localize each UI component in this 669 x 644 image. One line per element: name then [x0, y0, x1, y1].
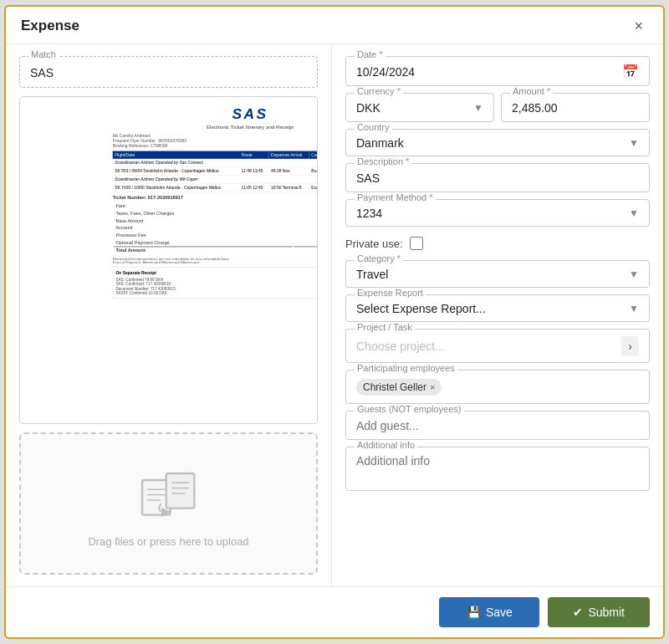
- project-arrow-button[interactable]: ›: [621, 336, 639, 356]
- upload-icon: [135, 460, 202, 527]
- amount-field: Amount *: [501, 93, 650, 122]
- table-row: SK 553 / 09/04 Stockholm Arlanda - Copen…: [113, 166, 318, 175]
- amounts-table: Fare1713.00 DKK Taxes, Fees, Other Charg…: [113, 202, 318, 254]
- description-field: Description *: [345, 163, 650, 192]
- amount-row: Account419.00 DKK: [114, 225, 318, 231]
- receipt-inner: SAS Electronic Ticket Itinerary and Rece…: [113, 105, 318, 299]
- ticket-number: Ticket Number: 917-2020918917: [113, 195, 318, 200]
- sas-logo-text: SAS: [232, 105, 268, 121]
- country-chevron-icon: ▼: [629, 137, 639, 149]
- project-placeholder[interactable]: Choose project...: [356, 340, 621, 353]
- amount-row: Base Amount419.00 DKK: [114, 217, 318, 223]
- upload-text: Drag files or press here to upload: [88, 535, 248, 548]
- country-field: Country Danmark Sweden Norway ▼: [345, 129, 650, 156]
- expense-modal: Expense × Match SAS SAS Electroni: [4, 5, 665, 639]
- receipt-subtitle: Electronic Ticket Itinerary and Receipt: [113, 124, 318, 130]
- category-chevron-icon: ▼: [629, 268, 639, 280]
- modal-footer: 💾 Save ✔ Submit: [6, 586, 663, 637]
- amount-row: Optional Payment Charge-45.00 DKK: [114, 239, 318, 245]
- expense-report-label: Expense Report: [355, 288, 426, 298]
- match-field: Match SAS: [19, 56, 318, 88]
- save-button[interactable]: 💾 Save: [439, 597, 539, 627]
- category-select[interactable]: Travel Meals Accommodation: [356, 268, 629, 281]
- col-cabin: Cabin: [309, 151, 318, 159]
- receipt-meta: Ms Camilla Andreani Frequent Flyer Numbe…: [113, 134, 318, 148]
- date-field: Date * 📅: [345, 56, 650, 86]
- category-label: Category *: [355, 253, 403, 263]
- table-row: Scandinavian Airlines Operated by Wk Cop…: [113, 175, 318, 183]
- submit-button[interactable]: ✔ Submit: [548, 597, 650, 627]
- expense-report-select[interactable]: Select Expense Report...: [356, 302, 629, 315]
- participating-field: Participating employees Christel Geller …: [345, 370, 650, 404]
- receipt-preview: SAS Electronic Ticket Itinerary and Rece…: [19, 96, 318, 424]
- project-label: Project / Task: [355, 322, 415, 332]
- guests-label: Guests (NOT employees): [355, 404, 464, 414]
- right-panel: Date * 📅 Currency * DKK: [332, 44, 663, 586]
- description-label: Description *: [355, 156, 411, 166]
- participant-tag[interactable]: Christel Geller ×: [356, 379, 442, 396]
- submit-icon: ✔: [573, 606, 583, 619]
- currency-amount-row: Currency * DKK EUR USD GBP ▼: [345, 93, 650, 122]
- payment-method-select[interactable]: 1234: [356, 207, 629, 220]
- amount-label: Amount *: [510, 86, 553, 96]
- receipt-amounts: Fare1713.00 DKK Taxes, Fees, Other Charg…: [113, 202, 318, 254]
- save-icon: 💾: [467, 606, 481, 619]
- expense-report-chevron-icon: ▼: [629, 303, 639, 314]
- match-label: Match: [28, 49, 59, 59]
- participant-name: Christel Geller: [363, 381, 426, 393]
- project-field: Project / Task Choose project... ›: [345, 329, 650, 363]
- footer-row: 💾 Save ✔ Submit: [19, 597, 650, 627]
- services-left-header: On Separate Receipt: [115, 270, 156, 275]
- amount-row: Taxes, Fees, Other Charges334.00 DKK: [114, 210, 318, 216]
- submit-label: Submit: [588, 606, 625, 619]
- payment-chevron-icon: ▼: [629, 207, 639, 219]
- currency-select[interactable]: DKK EUR USD GBP: [356, 101, 473, 115]
- expense-report-field: Expense Report Select Expense Report... …: [345, 294, 650, 322]
- additional-info-input[interactable]: [356, 454, 639, 481]
- receipt-meta-left: Ms Camilla Andreani Frequent Flyer Numbe…: [113, 134, 186, 148]
- match-value: SAS: [30, 66, 54, 79]
- table-row: SK 7420 / 10/00 Stockholm Arlanda - Cope…: [113, 183, 318, 192]
- amount-row: Processor Fee4.0 DKK: [114, 232, 318, 238]
- payment-method-label: Payment Method *: [355, 192, 436, 202]
- currency-field: Currency * DKK EUR USD GBP ▼: [345, 93, 494, 122]
- receipt-services: On Separate Receipt Other Services SAS: …: [113, 267, 318, 299]
- guests-field: Guests (NOT employees): [345, 411, 650, 440]
- participants-container: Christel Geller ×: [356, 377, 639, 397]
- col-route: Route: [239, 151, 269, 159]
- participant-remove-button[interactable]: ×: [430, 382, 435, 392]
- calendar-icon[interactable]: 📅: [622, 64, 639, 79]
- private-use-checkbox[interactable]: [410, 237, 423, 250]
- upload-area[interactable]: Drag files or press here to upload: [19, 432, 318, 575]
- services-content: SAS: Confirmed 79.90 DKK SAS: Confirmed:…: [115, 277, 318, 295]
- country-select[interactable]: Danmark Sweden Norway: [356, 136, 629, 150]
- close-button[interactable]: ×: [629, 17, 648, 35]
- receipt-note: Domestic/international fares are non-ref…: [113, 257, 318, 264]
- currency-label: Currency *: [355, 86, 403, 96]
- private-use-label: Private use:: [345, 238, 403, 250]
- svg-rect-4: [166, 473, 194, 509]
- left-panel: Match SAS SAS Electronic Ticket Itinerar…: [6, 44, 332, 586]
- table-row: Scandinavian Airlines Operated by Sas Co…: [113, 159, 318, 167]
- sas-logo: SAS: [113, 105, 318, 122]
- date-label: Date *: [355, 49, 386, 59]
- currency-chevron-icon: ▼: [473, 102, 483, 114]
- col-flight: Flight/Date: [113, 151, 239, 159]
- amount-input[interactable]: [512, 101, 639, 115]
- amount-row: Fare1713.00 DKK: [114, 203, 318, 209]
- category-field: Category * Travel Meals Accommodation ▼: [345, 260, 650, 288]
- guests-input[interactable]: [356, 419, 639, 432]
- col-dep-arr: Departure Arrival: [269, 151, 309, 159]
- date-input[interactable]: [356, 65, 622, 79]
- services-header: On Separate Receipt Other Services: [115, 270, 318, 275]
- save-label: Save: [486, 606, 513, 619]
- private-use-row: Private use:: [345, 233, 650, 253]
- total-row: Total Amount2485.00 DKK: [114, 247, 318, 253]
- country-label: Country: [355, 122, 392, 132]
- receipt-table: Flight/Date Route Departure Arrival Cabi…: [113, 151, 318, 192]
- additional-info-field: Additional info: [345, 447, 650, 491]
- payment-method-field: Payment Method * 1234 ▼: [345, 199, 650, 227]
- modal-title: Expense: [21, 18, 79, 34]
- description-input[interactable]: [356, 171, 639, 185]
- modal-body: Match SAS SAS Electronic Ticket Itinerar…: [6, 44, 663, 586]
